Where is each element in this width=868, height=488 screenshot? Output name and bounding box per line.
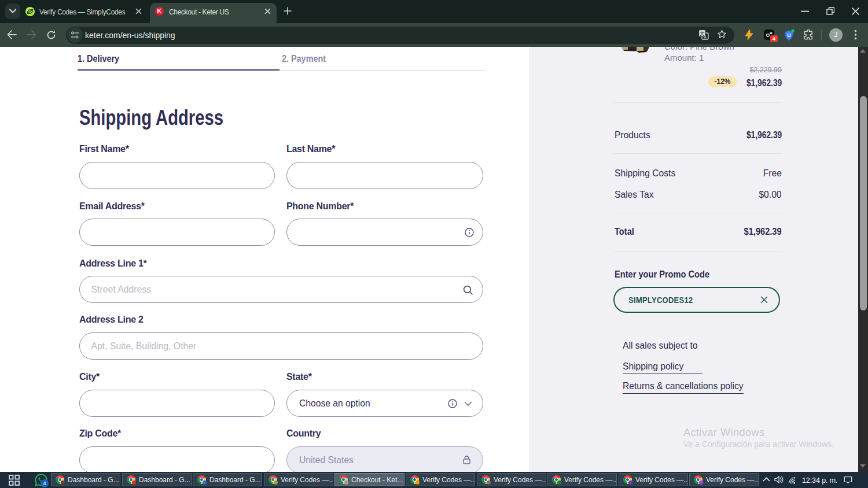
svg-text:A: A: [704, 35, 707, 39]
svg-text:U: U: [787, 32, 791, 38]
